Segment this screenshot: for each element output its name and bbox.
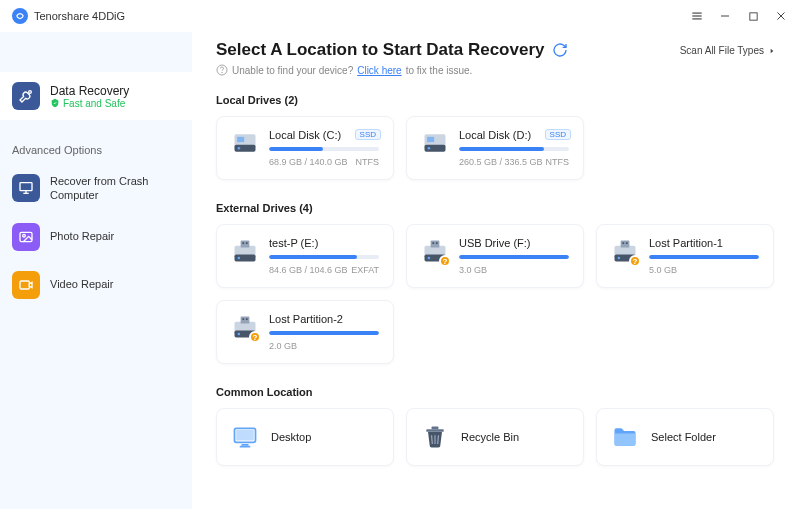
svg-rect-4 — [749, 12, 756, 19]
main-content: Select A Location to Start Data Recovery… — [192, 32, 800, 509]
drive-size: 3.0 GB — [459, 265, 487, 275]
title-wrap: Select A Location to Start Data Recovery — [216, 40, 568, 60]
maximize-icon[interactable] — [746, 9, 760, 23]
drive-icon — [231, 129, 259, 157]
drive-info: USB Drive (F:) 3.0 GB — [459, 237, 569, 275]
drive-usage-bar — [269, 147, 379, 151]
local-drives-grid: SSD Local Disk (C:) 68.9 GB / 140.0 GBNT… — [216, 116, 776, 180]
drive-card[interactable]: ? Lost Partition-1 5.0 GB — [596, 224, 774, 288]
titlebar-left: Tenorshare 4DDiG — [12, 8, 125, 24]
drive-usage-bar — [269, 255, 379, 259]
location-label: Desktop — [271, 431, 311, 443]
warning-badge-icon: ? — [439, 255, 451, 267]
drive-name: Lost Partition-1 — [649, 237, 759, 249]
svg-rect-47 — [246, 318, 248, 320]
chevron-right-icon — [768, 47, 776, 55]
photo-icon — [12, 223, 40, 251]
drive-card[interactable]: test-P (E:) 84.6 GB / 104.6 GBEXFAT — [216, 224, 394, 288]
titlebar-controls — [690, 9, 788, 23]
svg-point-26 — [238, 257, 241, 260]
location-icon — [231, 423, 259, 451]
svg-rect-19 — [237, 137, 244, 142]
svg-rect-29 — [246, 242, 248, 244]
location-icon — [611, 423, 639, 451]
svg-point-15 — [222, 72, 223, 73]
nav-video-repair[interactable]: Video Repair — [12, 261, 180, 309]
svg-rect-46 — [242, 318, 244, 320]
svg-rect-33 — [431, 241, 440, 248]
location-icon — [421, 423, 449, 451]
drive-info: Lost Partition-1 5.0 GB — [649, 237, 759, 275]
drive-name: Lost Partition-2 — [269, 313, 379, 325]
svg-rect-52 — [426, 429, 444, 432]
drive-usage-bar — [459, 255, 569, 259]
common-location-title: Common Location — [216, 386, 776, 398]
drive-meta: 5.0 GB — [649, 265, 759, 275]
drive-fs: EXFAT — [351, 265, 379, 275]
shield-check-icon — [50, 98, 60, 108]
nav-data-recovery[interactable]: Data Recovery Fast and Safe — [0, 72, 192, 120]
app-logo-icon — [12, 8, 28, 24]
svg-rect-50 — [242, 444, 249, 446]
drive-icon: ? — [231, 313, 259, 341]
refresh-icon[interactable] — [552, 42, 568, 58]
drive-size: 5.0 GB — [649, 265, 677, 275]
drive-info: Lost Partition-2 2.0 GB — [269, 313, 379, 351]
main-header: Select A Location to Start Data Recovery… — [216, 40, 776, 60]
drive-meta: 3.0 GB — [459, 265, 569, 275]
svg-rect-45 — [241, 317, 250, 324]
nav-label: Video Repair — [50, 277, 113, 291]
warning-badge-icon: ? — [629, 255, 641, 267]
drive-card[interactable]: ? Lost Partition-2 2.0 GB — [216, 300, 394, 364]
nav-label: Data Recovery — [50, 84, 129, 98]
nav-recover-crash[interactable]: Recover from Crash Computer — [12, 164, 180, 213]
drive-size: 260.5 GB / 336.5 GB — [459, 157, 543, 167]
close-icon[interactable] — [774, 9, 788, 23]
ssd-badge: SSD — [545, 129, 571, 140]
drive-card[interactable]: SSD Local Disk (C:) 68.9 GB / 140.0 GBNT… — [216, 116, 394, 180]
drive-size: 68.9 GB / 140.0 GB — [269, 157, 348, 167]
advanced-options: Advanced Options Recover from Crash Comp… — [0, 144, 192, 309]
monitor-icon — [12, 174, 40, 202]
common-location-grid: Desktop Recycle Bin Select Folder — [216, 408, 776, 466]
scan-all-file-types[interactable]: Scan All File Types — [680, 45, 776, 56]
external-drives-title: External Drives (4) — [216, 202, 776, 214]
drive-usage-bar — [269, 331, 379, 335]
location-label: Recycle Bin — [461, 431, 519, 443]
drive-icon — [231, 237, 259, 265]
drive-info: test-P (E:) 84.6 GB / 104.6 GBEXFAT — [269, 237, 379, 275]
svg-rect-28 — [242, 242, 244, 244]
svg-rect-27 — [241, 241, 250, 248]
svg-point-7 — [29, 91, 32, 94]
svg-line-56 — [438, 435, 439, 444]
location-card[interactable]: Select Folder — [596, 408, 774, 466]
svg-rect-51 — [240, 446, 251, 448]
menu-icon[interactable] — [690, 9, 704, 23]
local-drives-title: Local Drives (2) — [216, 94, 776, 106]
drive-size: 2.0 GB — [269, 341, 297, 351]
drive-meta: 84.6 GB / 104.6 GBEXFAT — [269, 265, 379, 275]
location-card[interactable]: Recycle Bin — [406, 408, 584, 466]
svg-rect-40 — [622, 242, 624, 244]
drive-fs: NTFS — [546, 157, 570, 167]
click-here-link[interactable]: Click here — [357, 65, 401, 76]
drive-meta: 2.0 GB — [269, 341, 379, 351]
external-drives-grid: test-P (E:) 84.6 GB / 104.6 GBEXFAT ? US… — [216, 224, 776, 364]
nav-text: Data Recovery Fast and Safe — [50, 84, 129, 109]
advanced-title: Advanced Options — [12, 144, 180, 156]
video-icon — [12, 271, 40, 299]
svg-rect-41 — [626, 242, 628, 244]
svg-rect-39 — [621, 241, 630, 248]
svg-point-32 — [428, 257, 431, 260]
location-card[interactable]: Desktop — [216, 408, 394, 466]
location-label: Select Folder — [651, 431, 716, 443]
nav-photo-repair[interactable]: Photo Repair — [12, 213, 180, 261]
drive-card[interactable]: SSD Local Disk (D:) 260.5 GB / 336.5 GBN… — [406, 116, 584, 180]
page-title: Select A Location to Start Data Recovery — [216, 40, 544, 60]
svg-rect-8 — [20, 183, 32, 191]
nav-label: Photo Repair — [50, 229, 114, 243]
svg-rect-34 — [432, 242, 434, 244]
drive-meta: 260.5 GB / 336.5 GBNTFS — [459, 157, 569, 167]
drive-card[interactable]: ? USB Drive (F:) 3.0 GB — [406, 224, 584, 288]
minimize-icon[interactable] — [718, 9, 732, 23]
